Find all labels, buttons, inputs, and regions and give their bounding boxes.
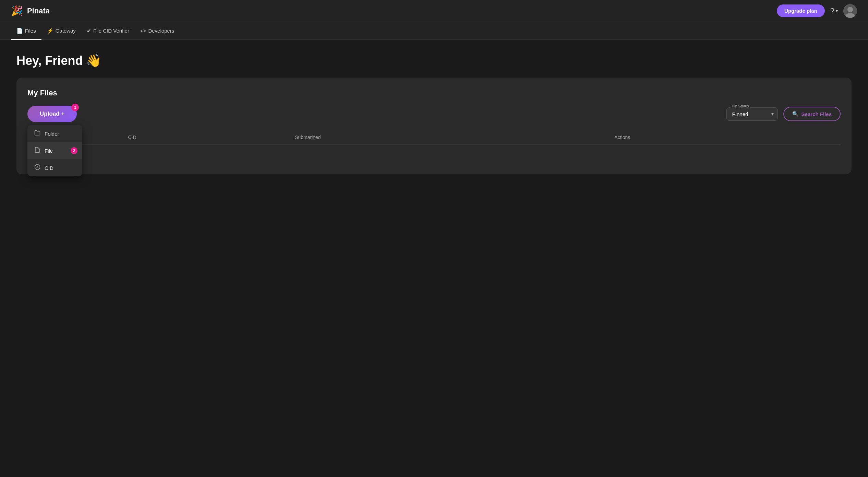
folder-icon [34,130,40,137]
dropdown-item-file-label: File [45,148,53,154]
nav-item-files[interactable]: 📄 Files [11,22,41,40]
gateway-nav-icon: ⚡ [47,28,53,34]
files-card-title: My Files [27,89,841,97]
upload-btn-wrapper: Upload + 1 Folder [27,106,77,122]
nav-item-gateway[interactable]: ⚡ Gateway [41,22,81,40]
pin-status-label: Pin Status [731,104,750,108]
pin-status-select[interactable]: Pinned Unpinned All [726,107,778,121]
logo-text: Pinata [27,7,50,15]
avatar[interactable] [843,4,857,18]
dropdown-item-cid[interactable]: CID [27,159,82,176]
page-greeting: Hey, Friend 👋 [16,54,852,68]
main-nav: 📄 Files ⚡ Gateway ✔ File CID Verifier <>… [0,22,868,40]
col-submarined: Submarined [289,130,609,144]
nav-label-developers: Developers [148,28,174,34]
file-icon [34,147,40,154]
col-cid: CID [122,130,289,144]
nav-label-cid-verifier: File CID Verifier [93,28,129,34]
upgrade-plan-button[interactable]: Upgrade plan [777,4,825,17]
upload-dropdown-menu: Folder File 2 [27,125,82,176]
upload-button[interactable]: Upload + [27,106,77,122]
logo-area: 🎉 Pinata [11,5,50,16]
nav-label-files: Files [25,28,36,34]
dropdown-item-cid-label: CID [45,165,53,171]
dropdown-item-folder-label: Folder [45,131,59,137]
help-icon: ? [830,7,834,15]
pin-status-wrapper: Pin Status Pinned Unpinned All ▾ [726,107,778,121]
file-badge: 2 [71,147,77,154]
files-nav-icon: 📄 [16,28,23,34]
logo-icon: 🎉 [11,5,23,16]
nav-item-developers[interactable]: <> Developers [135,22,180,40]
toolbar-right: Pin Status Pinned Unpinned All ▾ 🔍 Searc… [726,107,841,121]
col-actions: Actions [609,130,841,144]
files-toolbar: Upload + 1 Folder [27,106,841,122]
search-files-label: Search Files [801,111,832,117]
help-button[interactable]: ? ▾ [830,7,838,15]
search-icon: 🔍 [792,111,799,117]
files-card: My Files Upload + 1 Folder [16,78,852,174]
cid-icon [34,164,40,172]
header-actions: Upgrade plan ? ▾ [777,4,857,18]
developers-nav-icon: <> [140,28,146,34]
nav-item-file-cid-verifier[interactable]: ✔ File CID Verifier [81,22,135,40]
files-table: CID Submarined Actions [27,130,841,144]
nav-label-gateway: Gateway [56,28,76,34]
search-files-button[interactable]: 🔍 Search Files [783,107,841,121]
dropdown-item-file[interactable]: File 2 [27,142,82,159]
main-content: Hey, Friend 👋 My Files Upload + 1 [0,40,868,188]
cid-verifier-nav-icon: ✔ [87,28,91,34]
help-chevron-icon: ▾ [836,9,838,13]
upload-badge: 1 [71,104,79,111]
upload-button-label: Upload + [40,110,64,117]
dropdown-item-folder[interactable]: Folder [27,125,82,142]
pagination: ‹ › [27,153,841,163]
header: 🎉 Pinata Upgrade plan ? ▾ [0,0,868,22]
svg-point-1 [847,7,853,12]
